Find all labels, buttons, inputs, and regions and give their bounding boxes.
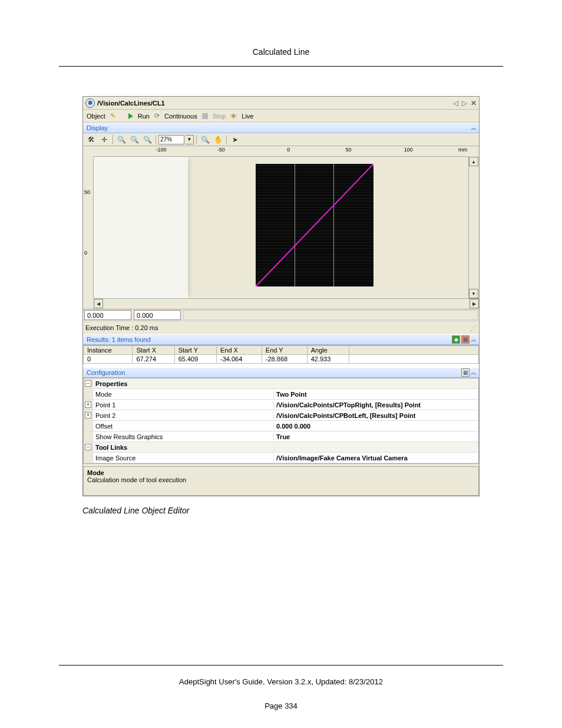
description-title: Mode xyxy=(87,469,475,476)
coord-x: 0.000 xyxy=(84,310,131,320)
page-footer: AdeptSight User's Guide, Version 3.2.x, … xyxy=(59,665,503,710)
tree-expand-icon[interactable]: + xyxy=(85,412,91,419)
prop-group-toollinks[interactable]: − Tool Links xyxy=(84,442,478,453)
stop-icon[interactable] xyxy=(202,113,208,119)
results-section-header[interactable]: Results: 1 items found ◆ ▦ ︽ xyxy=(83,334,479,345)
zoom-in-icon[interactable]: 🔍 xyxy=(115,134,127,145)
canvas-area: -100 -50 0 50 100 mm 50 0 xyxy=(83,146,479,309)
footer-text: AdeptSight User's Guide, Version 3.2.x, … xyxy=(59,677,503,686)
prop-point2[interactable]: + Point 2 /Vision/CalcPoints/CPBotLeft, … xyxy=(84,410,478,421)
prop-point1[interactable]: + Point 1 /Vision/CalcPoints/CPTopRight,… xyxy=(84,400,478,410)
prop-label: Show Results Graphics xyxy=(93,433,273,441)
cell: 42.933 xyxy=(307,355,349,364)
prop-label: Image Source xyxy=(93,454,273,462)
execution-time-label: Execution Time : 0.20 ms xyxy=(85,324,158,331)
zoom-input[interactable] xyxy=(158,135,184,144)
prop-mode[interactable]: Mode Two Point xyxy=(84,389,478,400)
display-section-header[interactable]: Display ︽ xyxy=(83,123,479,133)
prop-value[interactable]: /Vision/CalcPoints/CPTopRight, [Results]… xyxy=(273,401,478,409)
zoom-out-icon[interactable]: 🔍 xyxy=(141,134,153,145)
object-label: Object xyxy=(87,113,105,120)
vertical-scrollbar[interactable]: ▲ ▼ xyxy=(468,157,479,298)
stop-button[interactable]: Stop xyxy=(213,113,226,120)
live-icon[interactable]: 👁 xyxy=(230,113,237,120)
ruler-tick: 50 xyxy=(345,147,351,153)
prop-image-source[interactable]: Image Source /Vision/Image/Fake Camera V… xyxy=(84,453,478,463)
collapse-icon[interactable]: ︽ xyxy=(471,368,475,377)
doc-title: Calculated Line xyxy=(59,47,503,67)
results-ok-icon[interactable]: ◆ xyxy=(452,335,460,344)
zoom-dropdown-icon[interactable]: ▼ xyxy=(186,135,194,144)
results-list-icon[interactable]: ▦ xyxy=(461,335,470,344)
ruler-tick: 100 xyxy=(404,147,413,153)
zoom-reset-icon[interactable]: 🔍 xyxy=(128,134,140,145)
prop-value[interactable]: /Vision/Image/Fake Camera Virtual Camera xyxy=(273,454,478,462)
nav-next-icon[interactable]: ▷ xyxy=(462,99,467,107)
col-endy[interactable]: End Y xyxy=(262,346,307,355)
prop-label: Offset xyxy=(93,422,273,430)
col-starty[interactable]: Start Y xyxy=(174,346,216,355)
continuous-button[interactable]: Continuous xyxy=(164,113,197,120)
scroll-up-icon[interactable]: ▲ xyxy=(469,157,478,166)
page-number: Page 334 xyxy=(59,701,503,710)
display-toolbar: 🛠 ✛ 🔍 🔍 🔍 ▼ 🔍 ✋ ➤ xyxy=(83,133,479,146)
collapse-icon[interactable]: ︽ xyxy=(471,124,475,132)
prop-show-graphics[interactable]: Show Results Graphics True xyxy=(84,431,478,442)
prop-value[interactable]: 0.000 0.000 xyxy=(273,422,478,430)
config-section-label: Configuration xyxy=(87,369,125,376)
horizontal-scrollbar[interactable]: ◀ ▶ xyxy=(94,298,479,309)
nav-prev-icon[interactable]: ◁ xyxy=(453,99,458,107)
collapse-icon[interactable]: ︽ xyxy=(471,335,475,344)
tree-expand-icon[interactable]: + xyxy=(85,401,91,408)
play-icon[interactable] xyxy=(128,113,133,119)
wand-icon[interactable]: ✎ xyxy=(110,112,115,120)
app-icon: ✱ xyxy=(85,98,95,108)
coordinate-readout: 0.000 0.000 xyxy=(83,309,479,321)
pan-icon[interactable]: ✋ xyxy=(212,134,224,145)
property-grid: − Properties Mode Two Point + Point 1 /V… xyxy=(83,378,479,464)
pointer-icon[interactable]: ➤ xyxy=(229,134,241,145)
table-row[interactable]: 0 67.274 65.409 -34.064 -28.868 42.933 xyxy=(84,355,479,364)
col-instance[interactable]: Instance xyxy=(84,346,133,355)
continuous-icon[interactable]: ⟳ xyxy=(154,112,160,120)
tree-collapse-icon[interactable]: − xyxy=(85,444,91,450)
run-button[interactable]: Run xyxy=(138,113,150,120)
scroll-down-icon[interactable]: ▼ xyxy=(469,289,478,298)
resize-grip-icon[interactable]: ⋰ xyxy=(470,324,477,332)
col-angle[interactable]: Angle xyxy=(307,346,349,355)
object-toolbar: Object ✎ Run ⟳ Continuous Stop 👁 Live xyxy=(83,110,479,123)
ruler-horizontal: -100 -50 0 50 100 mm xyxy=(94,146,468,157)
prop-value[interactable]: /Vision/CalcPoints/CPBotLeft, [Results] … xyxy=(273,411,478,420)
close-icon[interactable]: ✕ xyxy=(471,99,477,107)
prop-value[interactable]: Two Point xyxy=(273,390,478,398)
live-button[interactable]: Live xyxy=(242,113,253,120)
prop-offset[interactable]: Offset 0.000 0.000 xyxy=(84,421,478,431)
hammer-icon[interactable]: 🛠 xyxy=(85,134,97,145)
config-view-icon[interactable]: ▦ xyxy=(461,368,470,377)
col-empty xyxy=(349,346,479,355)
prop-value[interactable]: True xyxy=(273,433,478,441)
prop-group-properties[interactable]: − Properties xyxy=(84,378,478,389)
config-section-header[interactable]: Configuration ▦ ︽ xyxy=(83,367,479,378)
background-sheet xyxy=(94,157,188,298)
cell xyxy=(349,355,479,364)
status-area xyxy=(183,310,478,320)
image-viewport[interactable] xyxy=(94,157,468,298)
coord-y: 0.000 xyxy=(134,310,181,320)
scroll-right-icon[interactable]: ▶ xyxy=(470,299,479,308)
crosshair-icon[interactable]: ✛ xyxy=(98,134,110,145)
results-table: Instance Start X Start Y End X End Y Ang… xyxy=(83,345,479,364)
col-startx[interactable]: Start X xyxy=(133,346,174,355)
magnify-icon[interactable]: 🔍 xyxy=(199,134,211,145)
cell: 0 xyxy=(84,355,133,364)
prop-label: Point 2 xyxy=(93,411,273,420)
results-table-wrap: Instance Start X Start Y End X End Y Ang… xyxy=(83,345,479,367)
scroll-left-icon[interactable]: ◀ xyxy=(94,299,103,308)
col-endx[interactable]: End X xyxy=(216,346,262,355)
ruler-tick: -100 xyxy=(156,147,166,153)
object-editor-window: ✱ /Vision/CalcLines/CL1 ◁ ▷ ✕ Object ✎ R… xyxy=(82,96,480,496)
cell: 65.409 xyxy=(174,355,216,364)
ruler-vertical: 50 0 xyxy=(83,157,94,298)
tree-collapse-icon[interactable]: − xyxy=(85,380,91,387)
figure-caption: Calculated Line Object Editor xyxy=(82,506,503,515)
